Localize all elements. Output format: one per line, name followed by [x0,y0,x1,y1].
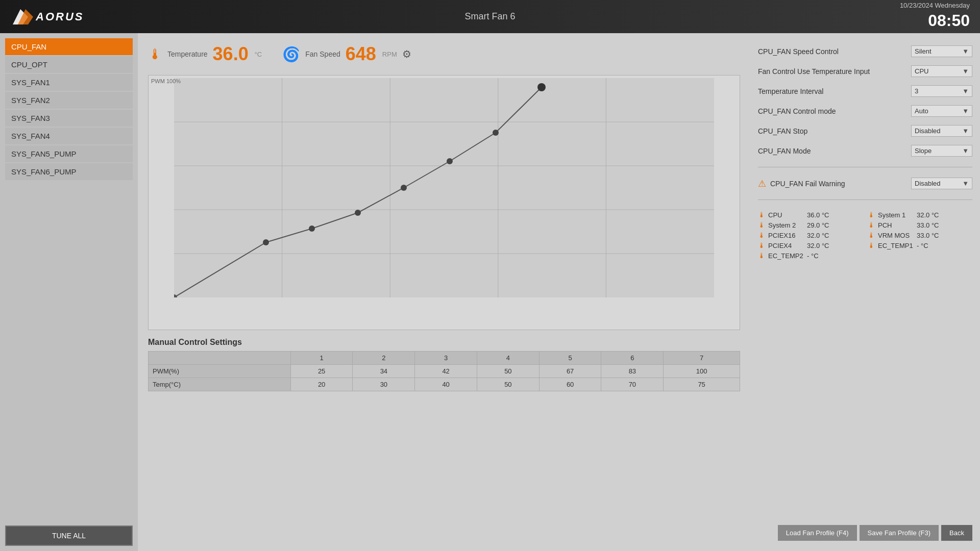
bottom-buttons: Load Fan Profile (F4) Save Fan Profile (… [758,525,972,541]
fail-warning-value: Disabled [915,180,941,187]
warning-icon: ⚠ [758,178,766,189]
temp-system1: 🌡 System 1 32.0 °C [868,211,972,219]
temperature-unit: °C [255,51,262,58]
speed-control-row: CPU_FAN Speed Control Silent ▼ [758,43,972,59]
pwm-1[interactable]: 25 [290,365,353,378]
temp-system2: 🌡 System 2 29.0 °C [758,221,863,229]
col-header-3: 3 [415,352,477,365]
temperature-label: Temperature [167,50,208,58]
pwm-2[interactable]: 34 [353,365,415,378]
tune-all-button[interactable]: TUNE ALL [5,525,133,546]
temp-pciex4-value: 32.0 °C [807,242,829,249]
svg-point-16 [263,239,269,245]
svg-point-22 [537,83,546,91]
temp-input-select[interactable]: CPU ▼ [911,65,972,77]
col-header-1: 1 [290,352,353,365]
sidebar-item-cpu-fan[interactable]: CPU_FAN [5,38,133,55]
temp-2[interactable]: 30 [353,378,415,391]
fan-stop-row: CPU_FAN Stop Disabled ▼ [758,123,972,139]
temp-vrm-mos: 🌡 VRM MOS 33.0 °C [868,231,972,239]
temp-pch: 🌡 PCH 33.0 °C [868,221,972,229]
thermometer-icon: 🌡 [148,46,162,63]
svg-point-18 [355,210,361,216]
fan-stop-select[interactable]: Disabled ▼ [911,125,972,137]
pwm-3[interactable]: 42 [415,365,477,378]
fan-stop-value: Disabled [915,127,941,135]
chevron-down-icon-6: ▼ [962,147,969,155]
temp-interval-label: Temperature Interval [758,87,911,95]
temp-ec1-value: - °C [917,242,928,249]
temp-cpu: 🌡 CPU 36.0 °C [758,211,863,219]
thermometer-icon-vrm: 🌡 [868,231,875,239]
temp-4[interactable]: 50 [477,378,539,391]
col-header-2: 2 [353,352,415,365]
thermometer-icon-cpu: 🌡 [758,211,765,219]
pwm-4[interactable]: 50 [477,365,539,378]
temp-5[interactable]: 60 [539,378,601,391]
temp-ec2-name: EC_TEMP2 [768,252,804,260]
temp-3[interactable]: 40 [415,378,477,391]
temp-cpu-value: 36.0 °C [807,211,829,219]
pwm-6[interactable]: 83 [601,365,664,378]
temp-ec2-value: - °C [807,252,819,260]
temp-6[interactable]: 70 [601,378,664,391]
temp-ec-temp2: 🌡 EC_TEMP2 - °C [758,252,863,260]
settings-icon[interactable]: ⚙ [402,48,411,60]
col-header-empty [149,352,291,365]
chevron-down-icon-7: ▼ [962,180,969,187]
temp-vrm-name: VRM MOS [878,232,914,239]
chart-y-label: PWM 100% [151,78,181,84]
chevron-down-icon-2: ▼ [962,67,969,75]
fail-warning-select[interactable]: Disabled ▼ [911,178,972,189]
manual-settings: Manual Control Settings 1 2 3 4 5 6 7 [148,338,740,391]
sidebar-item-sys-fan3[interactable]: SYS_FAN3 [5,110,133,127]
pwm-5[interactable]: 67 [539,365,601,378]
temp-1[interactable]: 20 [290,378,353,391]
sidebar-item-cpu-opt[interactable]: CPU_OPT [5,56,133,73]
sidebar-item-sys-fan6-pump[interactable]: SYS_FAN6_PUMP [5,163,133,180]
fan-icon: 🌀 [282,46,300,63]
temperature-readings: 🌡 CPU 36.0 °C 🌡 System 1 32.0 °C 🌡 Syste… [758,211,972,260]
temp-interval-select[interactable]: 3 ▼ [911,85,972,97]
pwm-7[interactable]: 100 [664,365,740,378]
chevron-down-icon: ▼ [962,47,969,55]
temp-input-value: CPU [915,67,928,75]
temp-7[interactable]: 75 [664,378,740,391]
fan-mode-select[interactable]: Slope ▼ [911,145,972,157]
temp-input-label: Fan Control Use Temperature Input [758,67,911,76]
temp-row: Temp(°C) 20 30 40 50 60 70 75 [149,378,740,391]
sidebar-item-sys-fan4[interactable]: SYS_FAN4 [5,128,133,144]
fan-mode-value: Slope [915,147,932,155]
sidebar-item-sys-fan2[interactable]: SYS_FAN2 [5,92,133,109]
col-header-5: 5 [539,352,601,365]
chevron-down-icon-3: ▼ [962,87,969,95]
temp-label: Temp(°C) [149,378,291,391]
control-mode-select[interactable]: Auto ▼ [911,105,972,117]
fan-speed-label: Fan Speed [305,50,340,58]
svg-point-17 [309,226,315,232]
speed-control-select[interactable]: Silent ▼ [911,45,972,57]
back-button[interactable]: Back [941,525,972,541]
thermometer-icon-pciex16: 🌡 [758,231,765,239]
thermometer-icon-ec2: 🌡 [758,252,765,260]
temp-sys2-name: System 2 [768,221,804,229]
temp-interval-row: Temperature Interval 3 ▼ [758,83,972,99]
temp-ec1-name: EC_TEMP1 [878,242,914,249]
chevron-down-icon-5: ▼ [962,127,969,135]
control-mode-row: CPU_FAN Control mode Auto ▼ [758,103,972,119]
control-mode-value: Auto [915,107,928,115]
col-header-4: 4 [477,352,539,365]
date-display: 10/23/2024 Wednesday [900,2,970,10]
temp-vrm-value: 33.0 °C [917,232,939,239]
sidebar-item-sys-fan1[interactable]: SYS_FAN1 [5,74,133,91]
fail-warning-row: ⚠ CPU_FAN Fail Warning Disabled ▼ [758,176,972,191]
temp-input-row: Fan Control Use Temperature Input CPU ▼ [758,63,972,79]
stats-bar: 🌡 Temperature 36.0 °C 🌀 Fan Speed 648 RP… [148,41,740,67]
fan-speed-unit: RPM [382,51,397,58]
fan-stop-label: CPU_FAN Stop [758,127,911,135]
settings-table: 1 2 3 4 5 6 7 PWM(%) 25 34 42 [148,351,740,391]
app-title: Smart Fan 6 [464,11,515,22]
sidebar-item-sys-fan5-pump[interactable]: SYS_FAN5_PUMP [5,145,133,162]
save-fan-profile-button[interactable]: Save Fan Profile (F3) [860,525,939,541]
load-fan-profile-button[interactable]: Load Fan Profile (F4) [778,525,857,541]
